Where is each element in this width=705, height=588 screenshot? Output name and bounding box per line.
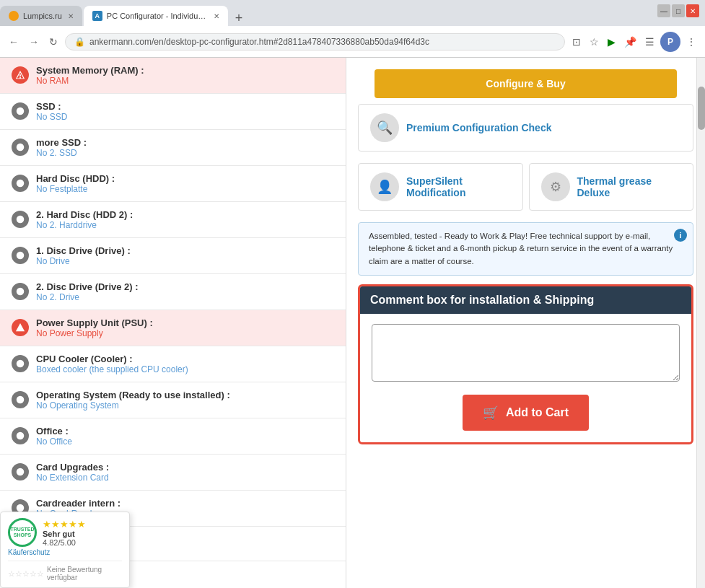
config-item-office[interactable]: Office : No Office [0,418,346,455]
more-ssd-value: No 2. SSD [36,148,334,158]
config-text-hdd: Hard Disc (HDD) : No Festplatte [36,173,334,194]
premium-check-box[interactable]: 🔍 Premium Configuration Check [358,104,693,152]
hdd-title: Hard Disc (HDD) : [36,173,334,184]
os-value: No Operating System [36,400,334,411]
new-tab-button[interactable]: + [231,11,248,26]
scrollbar-thumb[interactable] [698,87,705,130]
extension-icon[interactable]: ▶ [605,33,618,51]
psu-value: No Power Supply [36,328,334,338]
config-text-card: Card Upgrades : No Extension Card [36,462,334,483]
ok-icon-hdd2 [12,211,29,228]
config-item-hdd2[interactable]: 2. Hard Disc (HDD 2) : No 2. Harddrive [0,202,346,238]
tab1-label: Lumpics.ru [23,12,62,20]
ok-icon-card [12,463,29,481]
office-value: No Office [36,436,334,447]
card-value: No Extension Card [36,473,334,483]
hdd2-title: 2. Hard Disc (HDD 2) : [36,209,334,220]
add-to-cart-button[interactable]: 🛒 Add to Cart [463,395,589,431]
config-text-hdd2: 2. Hard Disc (HDD 2) : No 2. Harddrive [36,209,334,230]
no-review-label: Keine Bewertung verfügbar [47,566,122,582]
svg-point-1 [17,144,25,152]
tab-pc-configurator[interactable]: A PC Configurator - Individual cust... ✕ [84,6,228,26]
close-button[interactable]: ✕ [686,4,699,17]
tab-lumpics[interactable]: Lumpics.ru ✕ [0,6,82,26]
svg-point-5 [17,288,25,296]
ssd-value: No SSD [36,112,334,122]
config-text-ram: System Memory (RAM) : No RAM [36,65,334,86]
config-text-ssd: SSD : No SSD [36,101,334,122]
error-icon-ram [12,66,29,84]
trust-badge-top: TRUSTED SHOPS ★★★★★ Sehr gut 4.82/5.00 [8,518,122,547]
cooler-title: CPU Cooler (Cooler) : [36,354,334,364]
config-item-cooler[interactable]: CPU Cooler (Cooler) : Boxed cooler (the … [0,346,346,382]
ssd-title: SSD : [36,101,334,112]
trust-stars: ★★★★★ [43,519,122,530]
back-button[interactable]: ← [6,33,22,51]
svg-point-9 [17,468,25,476]
cardreader-title: Cardreader intern : [36,498,334,509]
ok-icon-ssd [12,102,29,120]
forward-button[interactable]: → [26,33,42,51]
info-text: Assembled, tested - Ready to Work & Play… [369,232,673,266]
config-item-ssd[interactable]: SSD : No SSD [0,94,346,130]
configure-buy-button[interactable]: Configure & Buy [375,69,677,98]
error-icon-psu [12,319,29,336]
os-title: Operating System (Ready to use installed… [36,390,334,400]
config-text-more-ssd: more SSD : No 2. SSD [36,137,334,158]
svg-point-8 [17,432,25,440]
menu-icon[interactable]: ⋮ [683,33,699,51]
tab1-favicon [9,11,19,21]
config-item-ram[interactable]: System Memory (RAM) : No RAM [0,58,346,94]
trust-link[interactable]: Käuferschutz [8,548,122,556]
browser-chrome: Lumpics.ru ✕ A PC Configurator - Individ… [0,0,705,58]
super-silent-box[interactable]: 👤 SuperSilent Modification [358,163,523,211]
window-controls: — □ ✕ [657,4,705,17]
features-row: 👤 SuperSilent Modification ⚙ Thermal gre… [358,157,693,216]
comment-textarea[interactable] [372,324,680,382]
tab1-close[interactable]: ✕ [68,12,74,20]
config-item-psu[interactable]: Power Supply Unit (PSU) : No Power Suppl… [0,310,346,346]
bookmark-icon[interactable]: ☆ [587,33,602,51]
right-panel: Configure & Buy 🔍 Premium Configuration … [346,58,705,588]
address-bar[interactable]: 🔒 ankermann.com/en/desktop-pc-configurat… [65,33,565,51]
reload-button[interactable]: ↻ [46,33,61,51]
ok-icon-more-ssd [12,139,29,156]
maximize-button[interactable]: □ [672,4,685,17]
config-item-card[interactable]: Card Upgrades : No Extension Card [0,455,346,491]
premium-check-label: Premium Configuration Check [406,122,551,133]
sync-icon[interactable]: ☰ [642,33,657,51]
info-box: Assembled, tested - Ready to Work & Play… [358,222,693,276]
right-scrollbar[interactable] [696,58,705,588]
comment-section: Comment box for installation & Shipping … [358,284,693,444]
add-to-cart-label: Add to Cart [506,406,569,419]
config-item-drive2[interactable]: 2. Disc Drive (Drive 2) : No 2. Drive [0,274,346,310]
trust-score: 4.82/5.00 [43,538,122,547]
tab2-favicon: A [92,11,102,21]
minimize-button[interactable]: — [657,4,670,17]
left-panel: System Memory (RAM) : No RAM SSD : No SS… [0,58,346,588]
thermal-grease-box[interactable]: ⚙ Thermal grease Deluxe [529,163,694,211]
cast-icon[interactable]: ⊡ [569,33,584,51]
config-item-drive1[interactable]: 1. Disc Drive (Drive) : No Drive [0,238,346,274]
config-text-drive2: 2. Disc Drive (Drive 2) : No 2. Drive [36,281,334,302]
cart-icon: 🛒 [483,405,499,421]
thermal-grease-icon: ⚙ [541,172,570,201]
nav-bar: ← → ↻ 🔒 ankermann.com/en/desktop-pc-conf… [0,26,705,58]
ram-title: System Memory (RAM) : [36,65,334,76]
info-icon: i [674,229,687,242]
tab2-close[interactable]: ✕ [214,12,219,20]
svg-point-6 [17,360,25,368]
svg-point-3 [17,216,25,224]
svg-point-2 [17,180,25,188]
svg-point-4 [17,252,25,260]
no-review: ☆☆☆☆☆ Keine Bewertung verfügbar [8,566,122,582]
trust-text: ★★★★★ Sehr gut 4.82/5.00 [43,519,122,547]
config-item-hdd[interactable]: Hard Disc (HDD) : No Festplatte [0,166,346,202]
config-item-os[interactable]: Operating System (Ready to use installed… [0,382,346,418]
config-item-more-ssd[interactable]: more SSD : No 2. SSD [0,130,346,166]
ok-icon-drive2 [12,283,29,300]
super-silent-icon: 👤 [370,172,399,201]
pin-icon[interactable]: 📌 [621,33,639,51]
psu-title: Power Supply Unit (PSU) : [36,317,334,328]
profile-avatar[interactable]: P [660,32,680,52]
